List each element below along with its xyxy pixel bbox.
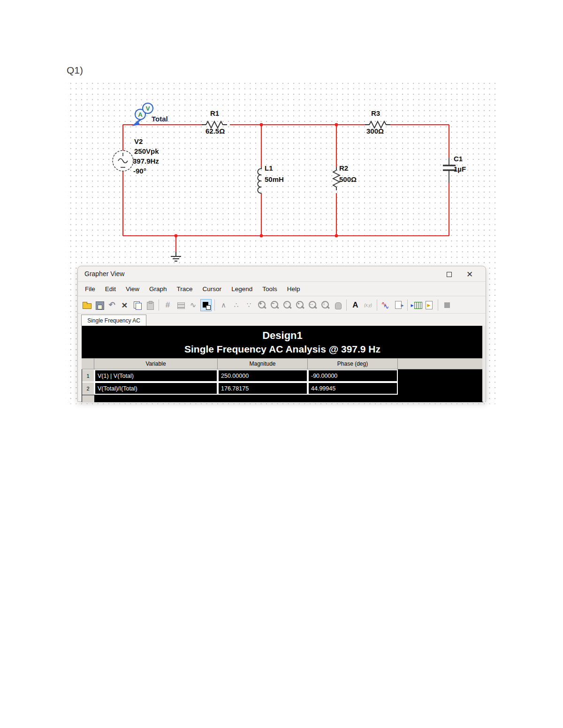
line-scatter-style-icon[interactable] <box>243 299 255 311</box>
delete-icon[interactable] <box>119 299 130 311</box>
undo-icon[interactable] <box>107 299 118 311</box>
grapher-view-window: Grapher View ✕ File Edit View Graph Trac… <box>77 266 486 402</box>
pan-icon[interactable] <box>332 299 343 311</box>
menu-view[interactable]: View <box>126 285 139 293</box>
title-bar[interactable]: Grapher View ✕ <box>78 266 486 282</box>
probe-label[interactable]: Total <box>152 115 168 123</box>
r2-value-label[interactable]: 500Ω <box>339 175 357 183</box>
l1-value-label[interactable]: 50mH <box>265 175 284 183</box>
row-number-column-tail <box>82 395 94 402</box>
l1-ref-label[interactable]: L1 <box>265 164 273 172</box>
inductor-l1-symbol <box>258 167 261 193</box>
ac-source-v2-symbol <box>113 150 133 171</box>
export-graph-icon[interactable] <box>393 299 404 311</box>
invert-colors-icon[interactable] <box>200 299 212 311</box>
menu-tools[interactable]: Tools <box>262 285 277 293</box>
toolbar-separator <box>214 300 215 311</box>
show-traces-icon[interactable] <box>188 299 199 311</box>
resistor-r2-symbol <box>333 167 340 190</box>
sheet-title: Design1 <box>82 330 483 342</box>
maximize-icon <box>447 272 452 277</box>
r2-ref-label[interactable]: R2 <box>339 164 348 172</box>
menu-edit[interactable]: Edit <box>105 285 116 293</box>
circuit-schematic <box>66 75 502 277</box>
toolbar-separator <box>407 300 408 311</box>
xy-cursor-icon[interactable] <box>363 299 374 311</box>
menu-trace[interactable]: Trace <box>177 285 193 293</box>
cell-phase[interactable]: 44.99945 <box>308 382 398 395</box>
tab-single-frequency-ac[interactable]: Single Frequency AC <box>81 315 146 326</box>
save-icon[interactable] <box>94 299 105 311</box>
toolbar-separator <box>377 300 377 311</box>
zoom-out-icon[interactable]: − <box>269 299 280 311</box>
vertical-scrollbar[interactable] <box>482 326 485 402</box>
menu-cursor[interactable]: Cursor <box>203 285 222 293</box>
scatter-style-icon[interactable] <box>231 299 242 311</box>
toolbar-separator <box>159 300 159 311</box>
sheet-subtitle: Single Frequency AC Analysis @ 397.9 Hz <box>82 344 483 355</box>
v2-frequency-label[interactable]: 397.9Hz <box>133 157 159 165</box>
v2-ref-label[interactable]: V2 <box>134 137 143 145</box>
zoom-y-icon[interactable]: ↕ <box>320 299 331 311</box>
export-excel-icon[interactable] <box>411 299 422 311</box>
menu-bar: File Edit View Graph Trace Cursor Legend… <box>78 282 486 296</box>
tab-bar: Single Frequency AC <box>78 314 486 326</box>
r3-value-label[interactable]: 300Ω <box>366 127 384 135</box>
show-legend-icon[interactable] <box>175 299 186 311</box>
r1-value-label[interactable]: 62.5Ω <box>205 127 225 135</box>
table-row[interactable]: 2 V(Total)/I(Total) 176.78175 44.99945 <box>82 382 483 395</box>
menu-graph[interactable]: Graph <box>149 285 167 293</box>
analysis-sheet: Design1 Single Frequency AC Analysis @ 3… <box>82 326 483 402</box>
open-icon[interactable] <box>81 299 92 311</box>
add-text-icon[interactable] <box>350 299 361 311</box>
cell-magnitude[interactable]: 176.78175 <box>218 382 308 395</box>
wire-junction-dots <box>175 123 338 238</box>
maximize-button[interactable] <box>444 270 454 279</box>
table-header-row: Variable Magnitude Phase (deg) <box>82 358 483 369</box>
header-magnitude: Magnitude <box>218 359 308 369</box>
question-label: Q1) <box>67 65 83 76</box>
cell-variable[interactable]: V(1) | V(Total) <box>94 369 218 382</box>
circuit-wires <box>123 125 449 252</box>
menu-file[interactable]: File <box>85 285 95 293</box>
c1-value-label[interactable]: 1µF <box>454 165 466 173</box>
menu-legend[interactable]: Legend <box>231 285 252 293</box>
cell-phase[interactable]: -90.00000 <box>308 369 398 382</box>
zoom-fit-icon[interactable]: ▪ <box>294 299 305 311</box>
zoom-area-icon[interactable]: ▫ <box>282 299 293 311</box>
export-labview-icon[interactable] <box>424 299 435 311</box>
toolbar-separator <box>346 300 347 311</box>
paste-icon[interactable] <box>145 299 156 311</box>
cell-magnitude[interactable]: 250.00000 <box>218 369 308 382</box>
v2-amplitude-label[interactable]: 250Vpk <box>134 147 159 155</box>
row-number: 1 <box>82 369 94 382</box>
stop-icon[interactable] <box>441 299 453 311</box>
toolbar-separator <box>438 300 438 311</box>
toolbar: + − ▫ ▪ ↔ ↕ <box>78 297 486 314</box>
copy-icon[interactable] <box>132 299 143 311</box>
menu-help[interactable]: Help <box>287 285 300 293</box>
page: Q1) <box>0 0 563 728</box>
r1-ref-label[interactable]: R1 <box>210 109 219 117</box>
header-phase: Phase (deg) <box>308 359 398 369</box>
table-row[interactable]: 1 V(1) | V(Total) 250.00000 -90.00000 <box>82 369 483 382</box>
r3-ref-label[interactable]: R3 <box>371 109 380 117</box>
header-variable: Variable <box>94 359 218 369</box>
cell-variable[interactable]: V(Total)/I(Total) <box>94 382 218 395</box>
c1-ref-label[interactable]: C1 <box>454 155 463 163</box>
row-number: 2 <box>82 382 94 395</box>
probe-voltage-badge[interactable]: V <box>142 103 153 114</box>
zoom-x-icon[interactable]: ↔ <box>307 299 318 311</box>
overlay-traces-icon[interactable] <box>380 299 392 311</box>
header-rownum <box>82 359 94 369</box>
ground-symbol <box>171 252 181 261</box>
v2-phase-label[interactable]: -90° <box>133 167 146 175</box>
zoom-in-icon[interactable]: + <box>256 299 267 311</box>
show-grid-icon[interactable] <box>162 299 174 311</box>
close-button[interactable]: ✕ <box>465 270 474 279</box>
line-style-icon[interactable] <box>218 299 229 311</box>
window-title: Grapher View <box>84 270 124 278</box>
